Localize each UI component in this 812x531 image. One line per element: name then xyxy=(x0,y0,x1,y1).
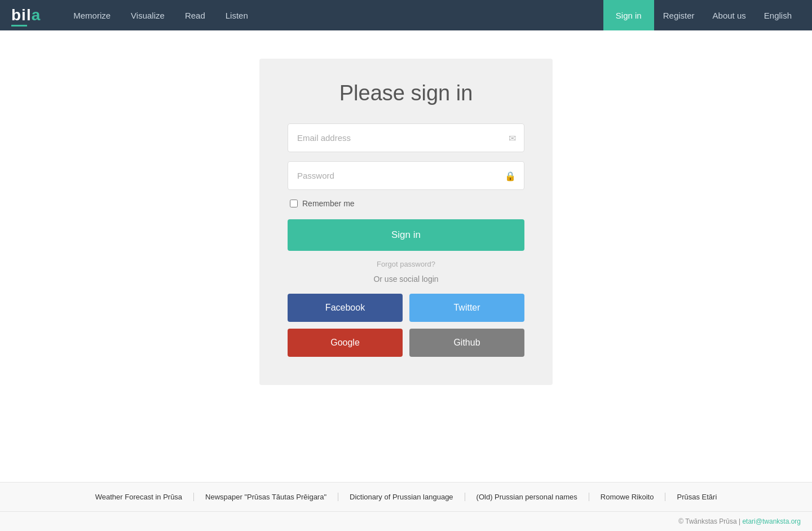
footer-link-dictionary[interactable]: Dictionary of Prussian language xyxy=(338,493,465,501)
logo[interactable]: bila xyxy=(11,6,63,24)
forgot-password-link: Forgot password? xyxy=(288,259,524,269)
footer: Weather Forecast in Prūsa Newspaper "Prū… xyxy=(0,482,812,531)
nav-signin-button[interactable]: Sign in xyxy=(603,0,654,30)
footer-email[interactable]: etari@twanksta.org xyxy=(742,517,801,525)
google-button[interactable]: Google xyxy=(288,329,403,357)
email-group: ✉ xyxy=(288,123,524,152)
nav-memorize[interactable]: Memorize xyxy=(63,0,121,30)
footer-link-newspaper[interactable]: Newspaper "Prūsas Tāutas Prēigara" xyxy=(194,493,338,501)
navbar-right: Sign in Register About us English xyxy=(603,0,801,30)
signin-button[interactable]: Sign in xyxy=(288,219,524,251)
main-content: Please sign in ✉ 🔒 Remember me Sign in F… xyxy=(0,30,812,482)
nav-listen[interactable]: Listen xyxy=(215,0,258,30)
logo-text: bil xyxy=(11,6,32,24)
signin-card: Please sign in ✉ 🔒 Remember me Sign in F… xyxy=(259,59,553,385)
password-group: 🔒 xyxy=(288,161,524,190)
remember-label[interactable]: Remember me xyxy=(302,199,355,208)
remember-me-group: Remember me xyxy=(288,199,524,208)
social-buttons: Facebook Twitter Google Github xyxy=(288,294,524,357)
lock-icon: 🔒 xyxy=(505,170,516,181)
footer-link-romowe[interactable]: Romowe Rikoito xyxy=(589,493,666,501)
nav-read[interactable]: Read xyxy=(175,0,215,30)
main-nav: Memorize Visualize Read Listen xyxy=(63,0,603,30)
forgot-password-anchor[interactable]: Forgot password? xyxy=(377,260,435,268)
password-input-wrapper: 🔒 xyxy=(288,161,524,190)
facebook-button[interactable]: Facebook xyxy=(288,294,403,322)
email-input-wrapper: ✉ xyxy=(288,123,524,152)
email-icon: ✉ xyxy=(509,132,516,143)
signin-title: Please sign in xyxy=(288,81,524,105)
email-input[interactable] xyxy=(288,124,524,152)
footer-links: Weather Forecast in Prūsa Newspaper "Prū… xyxy=(0,483,812,512)
copyright-text: © Twānkstas Prūsa | xyxy=(678,517,742,525)
password-input[interactable] xyxy=(288,162,524,189)
nav-register-link[interactable]: Register xyxy=(654,0,704,30)
footer-link-weather[interactable]: Weather Forecast in Prūsa xyxy=(84,493,194,501)
navbar: bila Memorize Visualize Read Listen Sign… xyxy=(0,0,812,30)
footer-link-names[interactable]: (Old) Prussian personal names xyxy=(465,493,589,501)
nav-visualize[interactable]: Visualize xyxy=(121,0,175,30)
github-button[interactable]: Github xyxy=(409,329,524,357)
logo-accent: a xyxy=(32,6,41,24)
footer-copyright: © Twānkstas Prūsa | etari@twanksta.org xyxy=(0,512,812,531)
twitter-button[interactable]: Twitter xyxy=(409,294,524,322)
social-divider: Or use social login xyxy=(288,275,524,284)
remember-checkbox[interactable] xyxy=(290,200,298,207)
nav-language-link[interactable]: English xyxy=(755,0,801,30)
footer-link-prusas[interactable]: Prūsas Etāri xyxy=(665,493,728,501)
nav-about-link[interactable]: About us xyxy=(704,0,755,30)
